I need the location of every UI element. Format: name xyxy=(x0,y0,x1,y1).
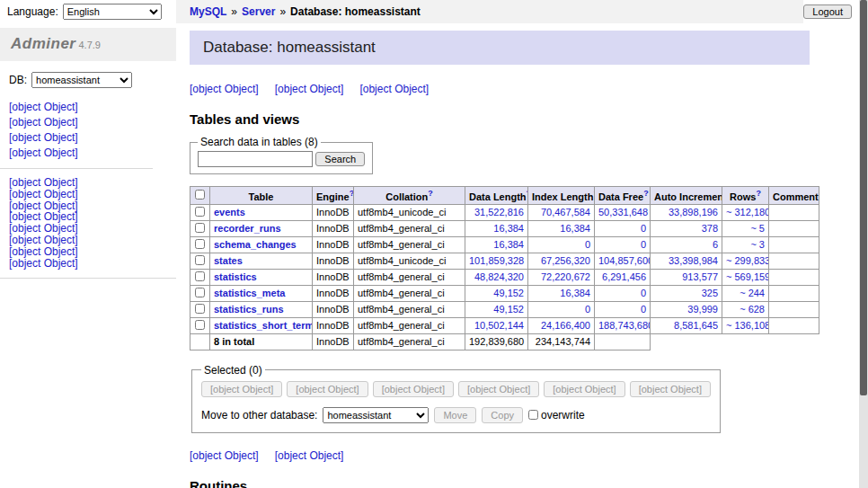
row-checkbox[interactable] xyxy=(195,320,205,330)
index-length-link[interactable]: 16,384 xyxy=(560,288,590,298)
index-length-link[interactable]: 67,256,320 xyxy=(541,255,590,266)
copy-button[interactable]: Copy xyxy=(482,407,523,423)
data-free-link[interactable]: 0 xyxy=(641,223,646,234)
data-length-link[interactable]: 101,859,328 xyxy=(469,255,524,266)
table-row[interactable]: schema_changes InnoDB utf8mb4_general_ci… xyxy=(190,236,819,253)
sidebar-table-link[interactable]: [object Object] xyxy=(9,246,167,258)
index-length-link[interactable]: 0 xyxy=(585,304,590,315)
selected-action-button[interactable]: [object Object] xyxy=(373,381,454,397)
auto-increment-link[interactable]: 33,898,196 xyxy=(669,207,718,217)
auto-increment-link[interactable]: 913,577 xyxy=(682,271,718,282)
data-free-link[interactable]: 6,291,456 xyxy=(602,271,646,282)
selected-action-button[interactable]: [object Object] xyxy=(630,381,711,397)
data-length-link[interactable]: 31,522,816 xyxy=(474,207,524,217)
data-length-link[interactable]: 49,152 xyxy=(493,288,524,298)
rows-link[interactable]: ~ 569,159 xyxy=(726,271,769,282)
auto-increment-link[interactable]: 33,398,984 xyxy=(669,255,718,266)
action-link[interactable]: [object Object] xyxy=(190,449,259,462)
index-length-link[interactable]: 16,384 xyxy=(560,223,590,234)
table-name-link[interactable]: statistics_runs xyxy=(214,304,284,315)
table-name-link[interactable]: events xyxy=(214,207,245,217)
sidebar-table-link[interactable]: [object Object] xyxy=(9,189,167,200)
action-link[interactable]: [object Object] xyxy=(190,83,259,95)
row-checkbox[interactable] xyxy=(195,223,205,233)
scrollbar-thumb[interactable] xyxy=(860,0,867,395)
sidebar-table-link[interactable]: [object Object] xyxy=(9,177,167,189)
select-all-checkbox[interactable] xyxy=(195,190,205,200)
auto-increment-link[interactable]: 6 xyxy=(713,239,718,250)
data-free-link[interactable]: 188,743,680 xyxy=(598,320,651,331)
language-select[interactable]: English xyxy=(63,4,162,20)
row-checkbox[interactable] xyxy=(195,207,205,217)
selected-action-button[interactable]: [object Object] xyxy=(544,381,624,397)
rows-link[interactable]: ~ 299,833 xyxy=(726,255,769,266)
table-row[interactable]: recorder_runs InnoDB utf8mb4_general_ci … xyxy=(190,220,819,236)
db-select[interactable]: homeassistant xyxy=(31,72,132,88)
data-free-link[interactable]: 0 xyxy=(641,239,646,250)
index-length-link[interactable]: 72,220,672 xyxy=(541,271,590,282)
auto-increment-link[interactable]: 325 xyxy=(702,288,718,298)
search-button[interactable]: Search xyxy=(315,152,365,166)
move-button[interactable]: Move xyxy=(434,407,476,423)
table-name-link[interactable]: statistics xyxy=(214,271,257,282)
data-free-link[interactable]: 104,857,600 xyxy=(598,255,651,266)
table-row[interactable]: states InnoDB utf8mb4_unicode_ci 101,859… xyxy=(190,253,819,269)
overwrite-checkbox[interactable] xyxy=(528,410,538,420)
scrollbar[interactable] xyxy=(859,0,868,488)
auto-increment-link[interactable]: 39,999 xyxy=(687,304,718,315)
table-row[interactable]: statistics_short_term InnoDB utf8mb4_gen… xyxy=(190,317,819,333)
data-free-link[interactable]: 0 xyxy=(641,288,646,298)
table-row[interactable]: statistics_runs InnoDB utf8mb4_general_c… xyxy=(190,301,819,317)
data-length-link[interactable]: 48,824,320 xyxy=(474,271,524,282)
index-length-link[interactable]: 24,166,400 xyxy=(541,320,590,331)
data-free-link[interactable]: 0 xyxy=(641,304,646,315)
auto-increment-link[interactable]: 378 xyxy=(702,223,718,234)
row-checkbox[interactable] xyxy=(195,288,205,297)
rows-link[interactable]: ~ 312,180 xyxy=(726,207,769,217)
sidebar-table-link[interactable]: [object Object] xyxy=(9,235,167,246)
column-help-link[interactable]: ? xyxy=(756,189,761,198)
column-help-link[interactable]: ? xyxy=(428,189,433,198)
column-help-link[interactable]: ? xyxy=(350,189,354,198)
breadcrumb-mysql-link[interactable]: MySQL xyxy=(190,5,226,18)
table-name-link[interactable]: schema_changes xyxy=(214,239,297,250)
sidebar-link[interactable]: [object Object] xyxy=(9,116,78,129)
data-length-link[interactable]: 10,502,144 xyxy=(474,320,524,331)
action-link[interactable]: [object Object] xyxy=(275,449,344,462)
table-name-link[interactable]: statistics_short_term xyxy=(214,320,313,331)
row-checkbox[interactable] xyxy=(195,255,205,265)
rows-link[interactable]: ~ 244 xyxy=(740,288,765,298)
table-row[interactable]: events InnoDB utf8mb4_unicode_ci 31,522,… xyxy=(190,204,819,220)
rows-link[interactable]: ~ 5 xyxy=(750,223,765,234)
row-checkbox[interactable] xyxy=(195,271,205,281)
table-name-link[interactable]: statistics_meta xyxy=(214,288,286,298)
breadcrumb-server-link[interactable]: Server xyxy=(242,5,275,18)
sidebar-table-link[interactable]: [object Object] xyxy=(9,258,167,270)
move-db-select[interactable]: homeassistant xyxy=(323,407,429,423)
data-length-link[interactable]: 16,384 xyxy=(493,223,524,234)
table-row[interactable]: statistics_meta InnoDB utf8mb4_general_c… xyxy=(190,285,819,301)
table-row[interactable]: statistics InnoDB utf8mb4_general_ci 48,… xyxy=(190,269,819,285)
column-help-link[interactable]: ? xyxy=(819,189,819,198)
selected-action-button[interactable]: [object Object] xyxy=(287,381,368,397)
action-link[interactable]: [object Object] xyxy=(359,83,429,95)
column-help-link[interactable]: ? xyxy=(643,189,649,198)
data-free-link[interactable]: 50,331,648 xyxy=(598,207,648,217)
data-length-link[interactable]: 16,384 xyxy=(493,239,524,250)
table-name-link[interactable]: states xyxy=(214,255,243,266)
selected-action-button[interactable]: [object Object] xyxy=(458,381,539,397)
row-checkbox[interactable] xyxy=(195,304,205,314)
action-link[interactable]: [object Object] xyxy=(275,83,344,95)
index-length-link[interactable]: 0 xyxy=(585,239,590,250)
rows-link[interactable]: ~ 628 xyxy=(740,304,765,315)
index-length-link[interactable]: 70,467,584 xyxy=(541,207,590,217)
search-input[interactable] xyxy=(198,151,313,167)
selected-action-button[interactable]: [object Object] xyxy=(201,381,282,397)
logout-button[interactable]: Logout xyxy=(803,4,852,19)
rows-link[interactable]: ~ 136,108 xyxy=(726,320,769,331)
rows-link[interactable]: ~ 3 xyxy=(750,239,765,250)
table-name-link[interactable]: recorder_runs xyxy=(214,223,281,234)
auto-increment-link[interactable]: 8,581,645 xyxy=(674,320,718,331)
data-length-link[interactable]: 49,152 xyxy=(493,304,524,315)
sidebar-link[interactable]: [object Object] xyxy=(9,101,78,113)
